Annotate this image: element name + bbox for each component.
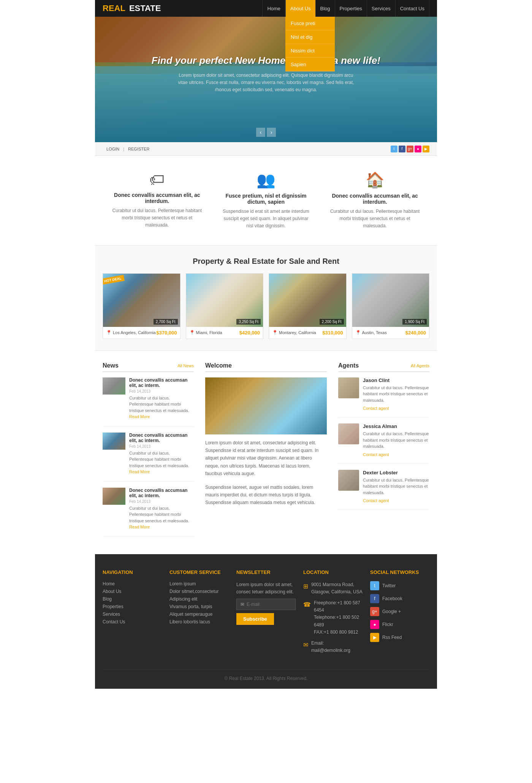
prop-location-1: 📍Los Angeles, California (106, 330, 156, 335)
rss-icon-bar[interactable]: ▶ (423, 146, 429, 152)
dropdown-item-2[interactable]: Nisl et dig (285, 30, 335, 44)
footer-link-blog[interactable]: Blog (103, 596, 162, 602)
footer-social-title: Social Networks (370, 569, 429, 575)
feature-3-desc: Curabitur ut dui lacus. Pellentesque hab… (329, 208, 421, 230)
register-link[interactable]: REGISTER (124, 147, 153, 151)
feature-1-title: Donec convallis accumsan elit, ac interd… (111, 192, 203, 204)
all-news-link[interactable]: All News (177, 363, 194, 368)
hero-section: Find your perfect New Home and start a n… (95, 17, 437, 142)
news-thumb-1 (103, 377, 125, 395)
twitter-icon-bar[interactable]: t (391, 146, 397, 152)
footer-service-4[interactable]: Vivamus porta, turpis (169, 604, 229, 609)
subscribe-button[interactable]: Subscribe (236, 613, 274, 625)
logo-real: REAL (103, 3, 125, 13)
dropdown-item-4[interactable]: Sapien (285, 58, 335, 71)
agent-info-3: Dexter Lobster Curabitur ut dui lacus. P… (363, 470, 429, 504)
googleplus-icon: g+ (370, 607, 379, 616)
read-more-1[interactable]: Read More (129, 414, 150, 419)
footer: Navigation Home About Us Blog Properties… (95, 554, 437, 689)
footer-service-2[interactable]: Dolor sitmet,consectetur (169, 589, 229, 594)
prev-arrow[interactable]: ‹ (256, 128, 265, 137)
next-arrow[interactable]: › (267, 128, 276, 137)
property-card-2[interactable]: 3,250 Sq Ft 📍Miami, Florida $420,000 (186, 273, 264, 339)
read-more-2[interactable]: Read More (129, 469, 150, 474)
nav-home[interactable]: Home (262, 0, 285, 17)
envelope-icon: ✉ (241, 602, 244, 607)
all-agents-link[interactable]: All Agents (411, 363, 429, 368)
social-googleplus[interactable]: g+ Google + (370, 607, 429, 616)
property-img-3: 2,200 Sq Ft (269, 274, 346, 327)
footer-service-1[interactable]: Lorem ipsum (169, 581, 229, 586)
feature-3-title: Donec convallis accumsan elit, ac interd… (329, 193, 421, 205)
read-more-3[interactable]: Read More (129, 525, 150, 529)
rss-icon: ▶ (370, 633, 379, 642)
footer-service-6[interactable]: Libero lobortis lacus (169, 619, 229, 624)
property-card-3[interactable]: 2,200 Sq Ft 📍Montarey, California $310,0… (269, 273, 347, 339)
news-thumb-3 (103, 488, 125, 505)
agent-photo-1 (338, 377, 359, 398)
agent-info-1: Jason Clint Curabitur ut dui lacus. Pell… (363, 377, 429, 411)
welcome-title: Welcome (205, 362, 232, 369)
map-pin-icon-3: 📍 (272, 330, 278, 335)
footer-service-5[interactable]: Aliquet semperaugue (169, 612, 229, 617)
sqft-badge-3: 2,200 Sq Ft (320, 319, 344, 325)
dropdown-item-1[interactable]: Fusce preti (285, 17, 335, 30)
welcome-image (205, 377, 327, 434)
footer-link-about[interactable]: About Us (103, 589, 162, 594)
login-link[interactable]: LOGIN (103, 147, 123, 151)
news-content-2: Donec convallis accumsan elit, ac interm… (129, 433, 194, 475)
googleplus-icon-bar[interactable]: g+ (407, 146, 413, 152)
contact-agent-1[interactable]: Contact agent (363, 406, 389, 411)
footer-service-3[interactable]: Adipiscing elit (169, 596, 229, 602)
flickr-icon-bar[interactable]: ● (415, 146, 421, 152)
footer-location-title: Location (303, 569, 363, 575)
news-item-3: Donec convallis accumsan elit, ac interm… (103, 488, 194, 537)
nav-contact[interactable]: Contact Us (396, 0, 429, 17)
footer-location-col: Location ⊞ 9001 Marmora Road, Glasgow, C… (303, 569, 363, 658)
agent-desc-2: Curabitur ut dui lacus. Pellentesque hab… (363, 431, 429, 450)
footer-link-contact[interactable]: Contact Us (103, 619, 162, 624)
properties-grid: HOT DEAL 2,700 Sq Ft 📍Los Angeles, Calif… (103, 273, 429, 339)
property-info-3: 📍Montarey, California $310,000 (269, 327, 346, 339)
news-date-1: Feb 14,2013 (129, 389, 194, 393)
property-img-2: 3,250 Sq Ft (186, 274, 263, 327)
property-info-4: 📍Austin, Texas $240,000 (352, 327, 429, 339)
feature-1-desc: Curabitur ut dui lacus. Pellentesque hab… (111, 207, 203, 229)
nav-services[interactable]: Services (367, 0, 396, 17)
prop-price-1: $370,000 (156, 330, 177, 336)
email-input[interactable] (247, 602, 291, 607)
social-twitter[interactable]: t Twitter (370, 581, 429, 590)
news-date-3: Feb 14,2013 (129, 499, 194, 504)
agent-item-1: Jason Clint Curabitur ut dui lacus. Pell… (338, 377, 429, 418)
nav-blog[interactable]: Blog (316, 0, 335, 17)
footer-link-home[interactable]: Home (103, 581, 162, 586)
feature-2-desc: Suspendisse id erat sit amet ante interd… (220, 208, 312, 230)
news-date-2: Feb 14,2013 (129, 444, 194, 449)
footer-link-services[interactable]: Services (103, 612, 162, 617)
nav-about[interactable]: About Us (285, 0, 315, 17)
contact-agent-3[interactable]: Contact agent (363, 498, 389, 503)
property-card-4[interactable]: 1,900 Sq Ft 📍Austin, Texas $240,000 (352, 273, 430, 339)
flickr-label: Flickr (382, 622, 393, 627)
nav-properties[interactable]: Properties (335, 0, 367, 17)
social-flickr[interactable]: ● Flickr (370, 620, 429, 629)
social-facebook[interactable]: f Facebook (370, 594, 429, 603)
social-rss[interactable]: ▶ Rss Feed (370, 633, 429, 642)
copyright-text: © Real Estate 2013. All Rights Reserved. (225, 676, 308, 681)
agents-header: Agents All Agents (338, 362, 429, 372)
news-content-3: Donec convallis accumsan elit, ac interm… (129, 488, 194, 530)
agents-column: Agents All Agents Jason Clint Curabitur … (338, 362, 429, 543)
footer-columns: Navigation Home About Us Blog Properties… (103, 569, 429, 658)
house-icon: 🏠 (329, 171, 421, 189)
news-column: News All News Donec convallis accumsan e… (103, 362, 194, 543)
contact-agent-2[interactable]: Contact agent (363, 452, 389, 457)
email-text: Email: mail@demolink.org (311, 640, 363, 654)
properties-title: Property & Real Estate for Sale and Rent (103, 257, 429, 266)
feature-1: 🏷 Donec convallis accumsan elit, ac inte… (111, 171, 203, 230)
news-title: News (103, 362, 119, 369)
property-img-4: 1,900 Sq Ft (352, 274, 429, 327)
dropdown-item-3[interactable]: Nissim dict (285, 44, 335, 58)
footer-link-properties[interactable]: Properties (103, 604, 162, 609)
property-card-1[interactable]: HOT DEAL 2,700 Sq Ft 📍Los Angeles, Calif… (103, 273, 180, 339)
facebook-icon-bar[interactable]: f (399, 146, 405, 152)
